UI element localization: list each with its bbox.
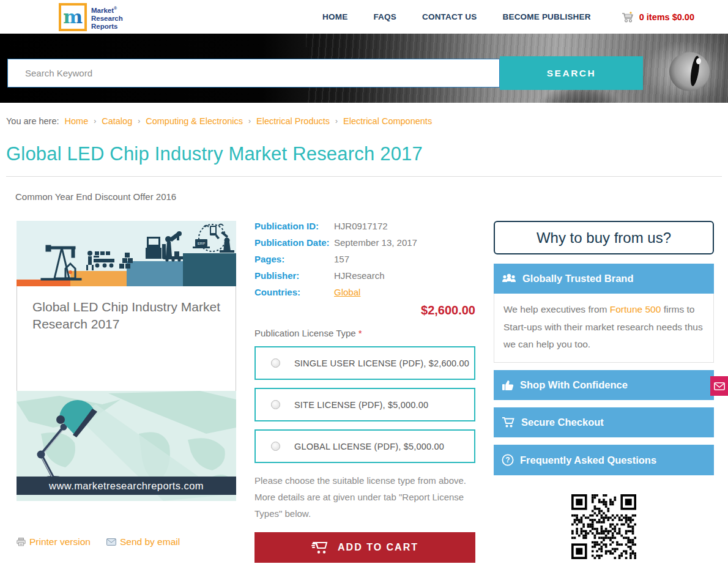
breadcrumb-computing-electronics[interactable]: Computing & Electronics (146, 116, 243, 126)
thumbs-up-icon (502, 379, 514, 391)
cart-icon (622, 12, 635, 23)
sidebar-item-faq[interactable]: ? Frequently Asked Questions (494, 445, 714, 475)
nav-contact-us[interactable]: CONTACT US (422, 12, 477, 21)
page-title: Global LED Chip Industry Market Research… (6, 143, 722, 165)
svg-text:m: m (63, 7, 83, 28)
license-option-site[interactable]: SITE LICENSE (PDF), $5,000.00 (254, 388, 475, 421)
countries-global-link[interactable]: Global (334, 287, 360, 297)
svg-text:?: ? (505, 456, 510, 464)
detail-publication-id: Publication ID: HJR0917172 (254, 221, 475, 231)
search-button[interactable]: SEARCH (500, 56, 643, 90)
printer-icon (17, 538, 26, 546)
add-to-cart-cart-icon (311, 540, 330, 555)
logo-wordmark: Market® Research Reports (91, 3, 123, 31)
send-by-email-link[interactable]: Send by email (106, 536, 180, 547)
detail-publisher: Publisher: HJResearch (254, 270, 475, 281)
license-type-label: Publication License Type * (254, 328, 475, 338)
search-form: SEARCH (7, 56, 643, 90)
breadcrumb-home[interactable]: Home (65, 116, 89, 126)
cover-website-bar: www.marketresearchreports.com (17, 477, 236, 495)
qr-code-wrap (494, 494, 714, 562)
detail-pages: Pages: 157 (254, 254, 475, 264)
cover-title: Global LED Chip Industry Market Research… (17, 286, 236, 391)
search-input[interactable] (7, 59, 500, 87)
license-option-global[interactable]: GLOBAL LICENSE (PDF), $5,000.00 (254, 429, 475, 463)
product-price: $2,600.00 (254, 303, 475, 317)
radio-button[interactable] (271, 358, 280, 368)
radio-button[interactable] (271, 442, 280, 451)
breadcrumb: You are here: Home › Catalog › Computing… (6, 116, 722, 126)
question-icon: ? (502, 454, 514, 466)
detail-publication-date: Publication Date: September 13, 2017 (254, 237, 475, 248)
industry-illustration: ERP (17, 221, 236, 286)
license-note: Please choose the suitable license type … (254, 472, 475, 522)
report-cover-image: ERP Global LED Chip Industry Market Rese… (17, 221, 236, 501)
cover-map-graphic: www.marketresearchreports.com (17, 391, 236, 501)
breadcrumb-electrical-products[interactable]: Electrical Products (256, 116, 330, 126)
breadcrumb-catalog[interactable]: Catalog (102, 116, 132, 126)
why-buy-title: Why to buy from us? (494, 221, 714, 254)
fortune-500-highlight: Fortune 500 (610, 304, 661, 314)
required-asterisk: * (358, 328, 362, 338)
cart-icon (502, 417, 515, 428)
detail-countries: Countries: Global (254, 287, 475, 297)
envelope-icon (106, 538, 116, 546)
sidebar-item-secure-checkout[interactable]: Secure Checkout (494, 407, 714, 437)
svg-text:ERP: ERP (198, 242, 205, 245)
qr-code (571, 494, 636, 559)
printer-version-link[interactable]: Printer version (17, 536, 91, 547)
cover-actions: Printer version Send by email (17, 536, 180, 547)
why-buy-sidebar: Why to buy from us? Globally Trusted Bra… (494, 221, 714, 562)
title-divider (6, 176, 722, 177)
breadcrumb-electrical-components[interactable]: Electrical Components (343, 116, 432, 126)
feedback-tab[interactable] (710, 376, 728, 396)
users-icon (502, 273, 516, 284)
sidebar-item-globally-trusted[interactable]: Globally Trusted Brand (494, 264, 714, 294)
top-header: m Market® Research Reports HOME FAQS CON… (0, 0, 728, 34)
logo-m-icon: m (59, 3, 87, 31)
sidebar-item-shop-with-confidence[interactable]: Shop With Confidence (494, 370, 714, 400)
nav-home[interactable]: HOME (322, 12, 347, 21)
nav-become-publisher[interactable]: BECOME PUBLISHER (502, 12, 590, 21)
envelope-icon (714, 382, 725, 390)
site-logo[interactable]: m Market® Research Reports (59, 3, 123, 31)
add-to-cart-button[interactable]: ADD TO CART (254, 532, 475, 563)
nav-faqs[interactable]: FAQS (373, 12, 396, 21)
header-cart-link[interactable]: 0 items $0.00 (622, 12, 694, 23)
cat-eye-graphic (669, 52, 710, 91)
cart-count-label: 0 items $0.00 (639, 12, 694, 22)
purchase-panel: Publication ID: HJR0917172 Publication D… (254, 221, 475, 563)
breadcrumb-prefix: You are here: (6, 116, 59, 126)
main-content: ERP Global LED Chip Industry Market Rese… (0, 221, 728, 563)
main-nav: HOME FAQS CONTACT US BECOME PUBLISHER (322, 12, 591, 21)
globally-trusted-text: We help executives from Fortune 500 firm… (494, 294, 714, 363)
radio-button[interactable] (271, 400, 280, 409)
hero-banner: SEARCH (0, 34, 728, 103)
offer-note: Common Year End Discount Offer 2016 (15, 191, 728, 202)
license-option-single-user[interactable]: SINGLE USER LICENSE (PDF), $2,600.00 (254, 346, 475, 380)
